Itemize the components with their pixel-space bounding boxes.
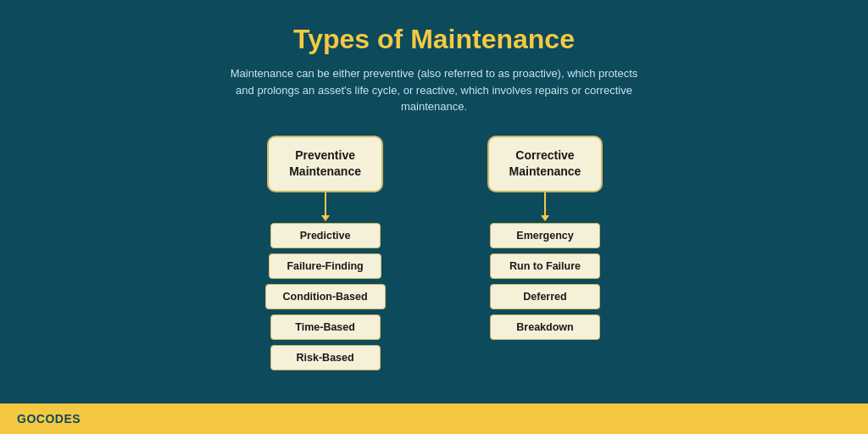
preventive-branch: PreventiveMaintenance Predictive Failure… bbox=[265, 136, 386, 370]
child-time-based: Time-Based bbox=[270, 314, 381, 340]
page-title: Types of Maintenance bbox=[293, 24, 575, 55]
child-risk-based: Risk-Based bbox=[270, 345, 381, 370]
diagram-area: PreventiveMaintenance Predictive Failure… bbox=[17, 136, 851, 370]
corrective-children: Emergency Run to Failure Deferred Breakd… bbox=[490, 223, 600, 340]
logo: GOCODES bbox=[17, 412, 81, 426]
corrective-root-box: CorrectiveMaintenance bbox=[487, 136, 604, 192]
preventive-connector bbox=[325, 192, 326, 216]
main-content: Types of Maintenance Maintenance can be … bbox=[0, 0, 868, 403]
child-breakdown: Breakdown bbox=[490, 314, 600, 340]
corrective-connector bbox=[544, 192, 546, 216]
page-description: Maintenance can be either preventive (al… bbox=[222, 65, 646, 115]
child-condition-based: Condition-Based bbox=[265, 284, 386, 309]
child-failure-finding: Failure-Finding bbox=[269, 253, 381, 279]
preventive-root-box: PreventiveMaintenance bbox=[267, 136, 383, 192]
child-emergency: Emergency bbox=[490, 223, 600, 248]
corrective-branch: CorrectiveMaintenance Emergency Run to F… bbox=[487, 136, 604, 340]
child-deferred: Deferred bbox=[490, 284, 600, 309]
child-run-to-failure: Run to Failure bbox=[490, 253, 600, 279]
child-predictive: Predictive bbox=[270, 223, 381, 248]
preventive-children: Predictive Failure-Finding Condition-Bas… bbox=[265, 223, 386, 370]
footer: GOCODES bbox=[0, 403, 868, 434]
